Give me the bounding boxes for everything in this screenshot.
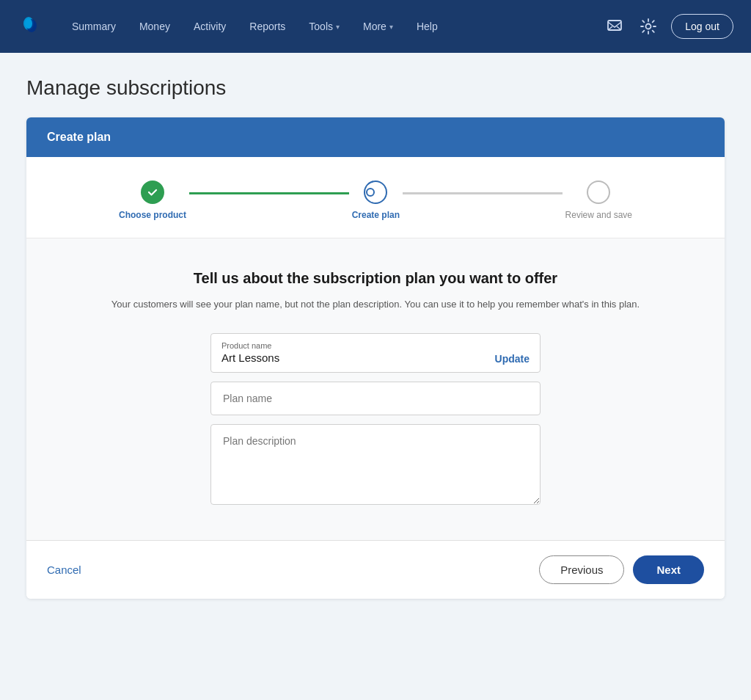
product-name-label: Product name	[221, 341, 486, 350]
paypal-logo	[18, 13, 44, 40]
step-label-1: Choose product	[119, 210, 186, 220]
nav-more[interactable]: More▾	[353, 15, 403, 38]
settings-button[interactable]	[637, 15, 659, 37]
product-name-content: Product name Art Lessons	[221, 341, 486, 365]
nav-activity[interactable]: Activity	[183, 15, 236, 38]
main-card: Create plan Choose product	[26, 117, 725, 599]
step-label-3: Review and save	[565, 210, 632, 220]
card-footer: Cancel Previous Next	[26, 541, 725, 599]
nav-reports[interactable]: Reports	[239, 15, 296, 38]
footer-right: Previous Next	[539, 555, 704, 584]
nav-summary[interactable]: Summary	[62, 15, 126, 38]
step-choose-product: Choose product	[119, 181, 186, 220]
tools-chevron-icon: ▾	[336, 23, 340, 31]
stepper: Choose product Create plan Review and sa	[119, 181, 632, 220]
card-header: Create plan	[26, 117, 725, 157]
previous-button[interactable]: Previous	[539, 555, 624, 584]
step-circle-3	[587, 181, 610, 204]
navbar: Summary Money Activity Reports Tools▾ Mo…	[0, 0, 751, 53]
step-circle-1	[141, 181, 164, 204]
nav-tools[interactable]: Tools▾	[298, 15, 350, 38]
step-line-2	[403, 192, 563, 194]
svg-point-4	[646, 24, 651, 29]
page-container: Manage subscriptions Create plan Choose …	[9, 53, 742, 622]
product-name-value: Art Lessons	[221, 351, 279, 364]
stepper-container: Choose product Create plan Review and sa	[26, 157, 725, 238]
svg-point-2	[25, 18, 32, 29]
step-label-2: Create plan	[352, 210, 400, 220]
step-circle-2	[364, 181, 387, 204]
product-name-row: Product name Art Lessons Update	[210, 333, 541, 373]
step-review-save: Review and save	[565, 181, 632, 220]
cancel-button[interactable]: Cancel	[47, 564, 81, 576]
more-chevron-icon: ▾	[389, 23, 393, 31]
navbar-actions: Log out	[604, 14, 733, 39]
logout-button[interactable]: Log out	[671, 14, 733, 39]
nav-help[interactable]: Help	[406, 15, 448, 38]
page-title: Manage subscriptions	[26, 76, 725, 100]
nav-links: Summary Money Activity Reports Tools▾ Mo…	[62, 15, 598, 38]
messages-button[interactable]	[604, 15, 626, 37]
nav-money[interactable]: Money	[129, 15, 180, 38]
form-subtext: Your customers will see your plan name, …	[85, 297, 666, 313]
step-line-1	[189, 192, 349, 194]
plan-name-input[interactable]	[210, 382, 541, 415]
next-button[interactable]: Next	[633, 555, 704, 584]
card-header-title: Create plan	[47, 131, 111, 143]
form-heading: Tell us about the subscription plan you …	[85, 268, 666, 288]
form-section: Tell us about the subscription plan you …	[26, 238, 725, 541]
update-button[interactable]: Update	[495, 353, 530, 365]
step-create-plan: Create plan	[352, 181, 400, 220]
plan-description-textarea[interactable]	[210, 424, 541, 505]
